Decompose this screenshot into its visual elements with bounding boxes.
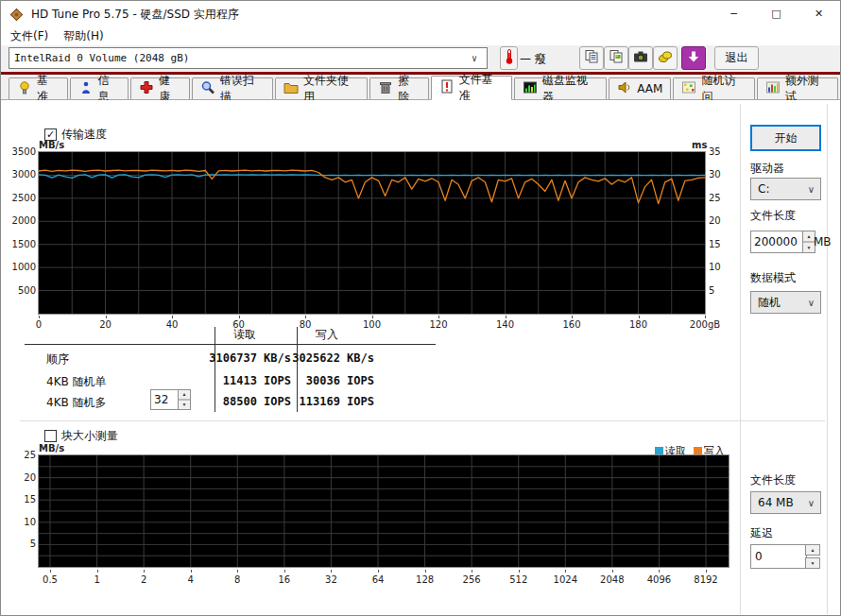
tab-random-access[interactable]: 随机访问 [673,77,754,99]
axis-tick-mark [284,570,285,573]
copy-text-button[interactable] [579,46,604,70]
extra-tests-icon [765,80,781,97]
axis-tick-label: 5 [709,285,742,296]
axis-tick-label: 3000 [3,169,36,180]
axis-tick-label: 8192 [694,574,717,585]
block-size-checkbox[interactable] [44,430,57,442]
maximize-button[interactable]: □ [755,1,798,27]
tab-info[interactable]: 信息 [70,77,129,99]
axis-tick-mark [331,570,332,573]
axis-tick-label: 35 [709,146,742,157]
block-size-label: 块大小测量 [61,428,118,444]
folder-usage-icon [283,80,299,97]
axis-tick-label: 32 [325,574,337,585]
axis-tick-mark [172,316,173,318]
axis-tick-label: 15 [3,494,36,505]
tab-extra-tests[interactable]: 额外测试 [757,77,838,99]
data-mode-select[interactable]: 随机∨ [750,291,821,314]
tab-folder-usage[interactable]: 文件夹使用 [275,77,368,99]
delay-input[interactable] [750,544,807,569]
thermometer-icon [505,48,514,68]
axis-tick-label: 10 [709,262,742,272]
file-length-label: 文件长度 [750,208,796,224]
chevron-down-icon: ∨ [808,298,815,308]
menu-help[interactable]: 帮助(H) [56,28,111,44]
file-benchmark-icon [439,79,455,96]
temperature-readout: — 癈 [520,51,546,67]
axis-tick-mark [50,570,51,573]
download-button[interactable] [681,46,706,70]
exit-button[interactable]: 退出 [714,46,759,70]
screenshot-button[interactable] [628,46,653,70]
app-icon [9,8,24,22]
block-size-checkbox-row: 块大小测量 [44,428,118,444]
toolbar: IntelRaid 0 Volume (2048 gB) ∨ — 癈 退出 [1,45,840,72]
chevron-down-icon: ∨ [472,53,487,63]
axis-tick-label: 512 [509,574,527,585]
disk-monitor-icon [523,80,538,97]
axis-tick-label: 180 [629,319,647,330]
block-file-length-select[interactable]: 64 MB∨ [750,491,821,514]
hdtune-window: HD Tune Pro 5.75 - 硬盘/SSD 实用程序 ─ □ ✕ 文件(… [0,0,841,616]
spin-up-icon[interactable]: ▲ [179,390,190,400]
random-access-icon [681,80,696,97]
spin-down-icon[interactable]: ▼ [179,400,190,409]
start-button[interactable]: 开始 [750,125,821,151]
table-divider [215,327,215,412]
copy-image-button[interactable] [604,46,628,70]
tab-disk-monitor[interactable]: 磁盘监视器 [514,77,607,99]
4k-single-read-value: 11413 IOPS [223,374,291,387]
axis-tick-label: 64 [372,574,385,585]
tab-file-benchmark[interactable]: 文件基准 [431,76,512,100]
file-length-input[interactable] [750,231,802,253]
results-table: 读取 写入 顺序 3106737 KB/s 3025622 KB/s 4KB 随… [25,327,436,414]
transfer-speed-label: 传输速度 [61,127,107,143]
tab-error-scan[interactable]: 错误扫描 [192,77,273,99]
queue-depth-input[interactable] [150,389,178,410]
axis-tick-mark [612,570,613,573]
axis-tick-mark [519,570,520,573]
panel-divider [740,104,741,614]
erase-icon [378,80,393,97]
queue-depth-updown: ▲▼ [178,389,191,410]
tab-aam[interactable]: AAM [609,77,671,99]
queue-depth-spinner: ▲▼ [150,389,191,410]
benchmark-icon [17,80,32,97]
drive-select[interactable]: C:∨ [750,178,821,200]
chevron-down-icon: ∨ [808,184,815,195]
panel-right-border [827,104,828,614]
spin-up-icon[interactable]: ▲ [805,544,820,556]
axis-tick-label: 256 [463,574,481,585]
close-button[interactable]: ✕ [798,1,840,27]
window-controls: ─ □ ✕ [712,1,840,27]
axis-tick-mark [438,316,439,318]
download-arrow-icon [687,50,700,66]
axis-tick-mark [472,570,472,573]
sequential-read-value: 3106737 KB/s [209,351,291,365]
axis-tick-mark [305,316,306,318]
axis-tick-label: 25 [709,193,742,203]
tab-health[interactable]: 健康 [130,77,190,99]
axis-tick-mark [97,570,98,573]
row-label-sequential: 顺序 [46,351,69,368]
axis-tick-mark [706,570,707,573]
minimize-button[interactable]: ─ [712,1,755,27]
tab-benchmark[interactable]: 基准 [9,77,68,99]
spin-down-icon[interactable]: ▼ [805,557,820,569]
save-results-button[interactable] [653,46,678,70]
temperature-button[interactable] [500,46,518,70]
axis-tick-label: 4096 [647,574,671,585]
file-length-spinner: ▲▼ [750,231,815,253]
delay-label: 延迟 [750,525,773,541]
4k-multi-read-value: 88500 IOPS [223,395,291,408]
menu-file[interactable]: 文件(F) [3,28,56,44]
device-select[interactable]: IntelRaid 0 Volume (2048 gB) ∨ [9,47,488,69]
axis-tick-label: 20 [3,472,36,483]
axis-tick-mark [239,316,240,318]
error-scan-icon [200,80,215,97]
axis-tick-label: 30 [709,169,742,180]
axis-tick-mark [39,316,40,318]
axis-tick-label: 3500 [3,146,36,157]
tab-erase[interactable]: 擦除 [369,77,429,99]
axis-tick-label: 5 [3,539,36,549]
